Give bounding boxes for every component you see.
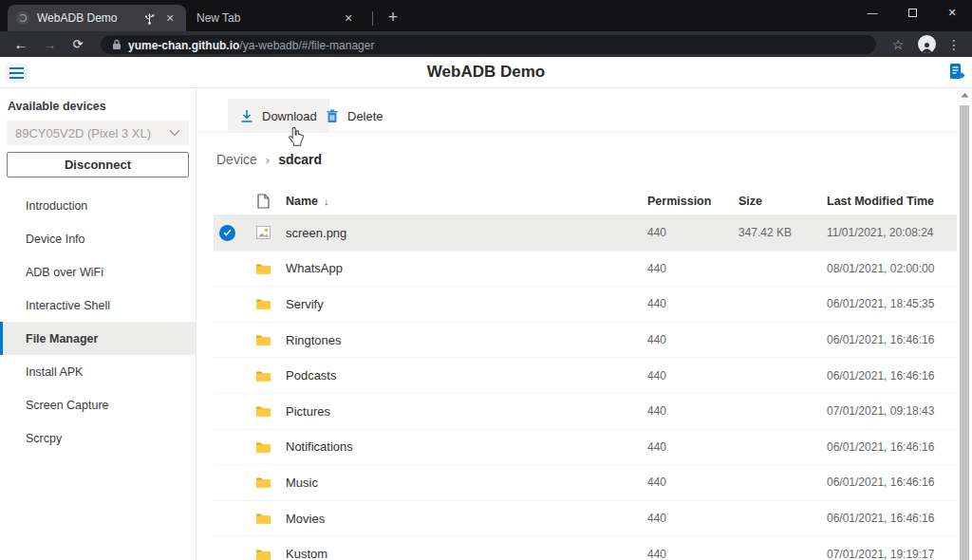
close-icon[interactable]: ✕	[932, 0, 972, 25]
file-modified: 06/01/2021, 16:46:16	[827, 440, 957, 454]
sidebar-nav-item[interactable]: Device Info	[0, 222, 196, 255]
file-modified: 07/01/2021, 19:19:17	[827, 548, 957, 560]
file-type-cell	[255, 296, 286, 311]
disconnect-button[interactable]: Disconnect	[7, 152, 189, 177]
back-icon[interactable]: ←	[9, 34, 32, 55]
app-header: WebADB Demo	[0, 57, 972, 88]
file-type-cell	[255, 403, 286, 419]
toggle-log-panel-icon[interactable]	[948, 63, 965, 82]
tab-new-tab[interactable]: New Tab ✕	[188, 5, 364, 31]
sidebar-nav-item[interactable]: Scrcpy	[0, 421, 196, 455]
file-modified: 06/01/2021, 16:46:16	[827, 476, 957, 489]
file-permission: 440	[647, 226, 738, 239]
device-dropdown[interactable]: 89CY05V2D (Pixel 3 XL)	[7, 121, 189, 145]
file-name: Movies	[286, 512, 647, 526]
sidebar: Available devices 89CY05V2D (Pixel 3 XL)…	[0, 89, 196, 560]
header-modified[interactable]: Last Modified Time	[827, 195, 957, 208]
file-type-cell	[255, 547, 286, 560]
header-size[interactable]: Size	[738, 195, 827, 208]
folder-icon	[255, 511, 271, 526]
image-file-icon	[255, 225, 271, 240]
table-row[interactable]: Servify 440 06/01/2021, 18:45:35	[214, 287, 957, 323]
browser-toolbar: ← → ⟳ yume-chan.github.io/ya-webadb/#/fi…	[0, 31, 972, 57]
file-permission: 440	[647, 297, 738, 310]
delete-button[interactable]: Delete	[313, 99, 396, 133]
reload-icon[interactable]: ⟳	[66, 34, 89, 55]
breadcrumb: Device › sdcard	[216, 152, 322, 167]
file-name: WhatsApp	[286, 261, 647, 275]
folder-icon	[255, 261, 271, 276]
folder-icon	[255, 475, 271, 490]
file-type-column-icon	[257, 194, 270, 209]
file-permission: 440	[647, 548, 738, 560]
vertical-scrollbar[interactable]	[957, 89, 972, 560]
delete-label: Delete	[347, 109, 383, 123]
maximize-icon[interactable]	[892, 0, 932, 25]
table-row[interactable]: Podcasts 440 06/01/2021, 16:46:16	[214, 358, 957, 394]
folder-icon	[255, 403, 271, 419]
tab-title: New Tab	[196, 11, 333, 25]
breadcrumb-sdcard[interactable]: sdcard	[278, 152, 322, 167]
row-checkbox[interactable]	[214, 225, 255, 241]
bookmark-star-icon[interactable]: ☆	[888, 37, 908, 52]
table-row[interactable]: Notifications 440 06/01/2021, 16:46:16	[214, 430, 957, 466]
sidebar-nav-label: Install APK	[26, 365, 83, 379]
profile-avatar[interactable]	[918, 35, 936, 53]
forward-icon[interactable]: →	[38, 34, 61, 55]
breadcrumb-chevron-icon: ›	[266, 153, 270, 167]
table-row[interactable]: WhatsApp 440 08/01/2021, 02:00:00	[214, 252, 957, 288]
minimize-icon[interactable]: —	[852, 0, 892, 25]
file-modified: 06/01/2021, 16:46:16	[827, 369, 957, 383]
file-manager-panel: Download Delete Device › sdcard	[197, 89, 957, 560]
available-devices-label: Available devices	[8, 100, 196, 113]
sidebar-nav-label: ADB over WiFi	[26, 266, 103, 279]
file-permission: 440	[647, 369, 738, 383]
table-body: screen.png 440 347.42 KB 11/01/2021, 20:…	[214, 215, 957, 560]
file-table: Name ↓ Permission Size Last Modified Tim…	[214, 188, 957, 560]
sidebar-nav-item[interactable]: ADB over WiFi	[0, 255, 196, 289]
file-permission: 440	[647, 333, 738, 346]
sidebar-nav-label: Interactive Shell	[26, 299, 110, 312]
tab-webadb-demo[interactable]: WebADB Demo ✕	[8, 5, 186, 31]
breadcrumb-device[interactable]: Device	[216, 152, 257, 167]
sidebar-nav-item[interactable]: Install APK	[0, 355, 196, 388]
table-row[interactable]: Music 440 06/01/2021, 16:46:16	[214, 465, 957, 501]
address-bar[interactable]: yume-chan.github.io/ya-webadb/#/file-man…	[101, 35, 876, 54]
tab-close-icon[interactable]: ✕	[162, 12, 178, 25]
file-modified: 08/01/2021, 02:00:00	[827, 262, 957, 275]
sidebar-nav-label: Device Info	[26, 233, 85, 246]
browser-menu-icon[interactable]: ⋮	[945, 37, 963, 52]
folder-icon	[255, 547, 271, 560]
table-row[interactable]: Ringtones 440 06/01/2021, 16:46:16	[214, 323, 957, 359]
file-name: Podcasts	[286, 368, 647, 383]
file-type-cell	[255, 332, 286, 347]
maximize-box	[908, 9, 917, 17]
table-row[interactable]: Movies 440 06/01/2021, 16:46:16	[214, 501, 957, 537]
table-header-row: Name ↓ Permission Size Last Modified Tim…	[214, 188, 957, 215]
tab-close-icon[interactable]: ✕	[341, 12, 356, 25]
site-favicon-icon	[16, 11, 29, 25]
sidebar-nav-item[interactable]: File Manager	[0, 322, 196, 355]
trash-icon	[326, 109, 339, 123]
file-permission: 440	[647, 262, 738, 275]
sort-descending-icon: ↓	[324, 196, 329, 207]
table-row[interactable]: Pictures 440 07/01/2021, 09:18:43	[214, 394, 957, 430]
header-permission[interactable]: Permission	[647, 195, 738, 208]
sidebar-nav-item[interactable]: Introduction	[0, 189, 196, 222]
new-tab-button[interactable]: +	[381, 5, 405, 29]
scrollbar-up-icon[interactable]	[957, 92, 972, 102]
file-type-cell	[255, 261, 286, 276]
file-modified: 07/01/2021, 09:18:43	[827, 404, 957, 418]
table-row[interactable]: Kustom 440 07/01/2021, 19:19:17	[214, 536, 957, 560]
lock-icon	[112, 39, 122, 50]
table-row[interactable]: screen.png 440 347.42 KB 11/01/2021, 20:…	[214, 215, 957, 252]
scrollbar-thumb[interactable]	[960, 105, 969, 560]
file-permission: 440	[647, 512, 738, 525]
mouse-cursor-hand	[286, 125, 307, 148]
header-name[interactable]: Name ↓	[286, 195, 647, 208]
sidebar-nav-item[interactable]: Screen Capture	[0, 388, 196, 421]
sidebar-nav-item[interactable]: Interactive Shell	[0, 289, 196, 322]
usb-device-icon	[144, 11, 155, 26]
file-permission: 440	[647, 404, 738, 418]
folder-icon	[255, 332, 271, 347]
